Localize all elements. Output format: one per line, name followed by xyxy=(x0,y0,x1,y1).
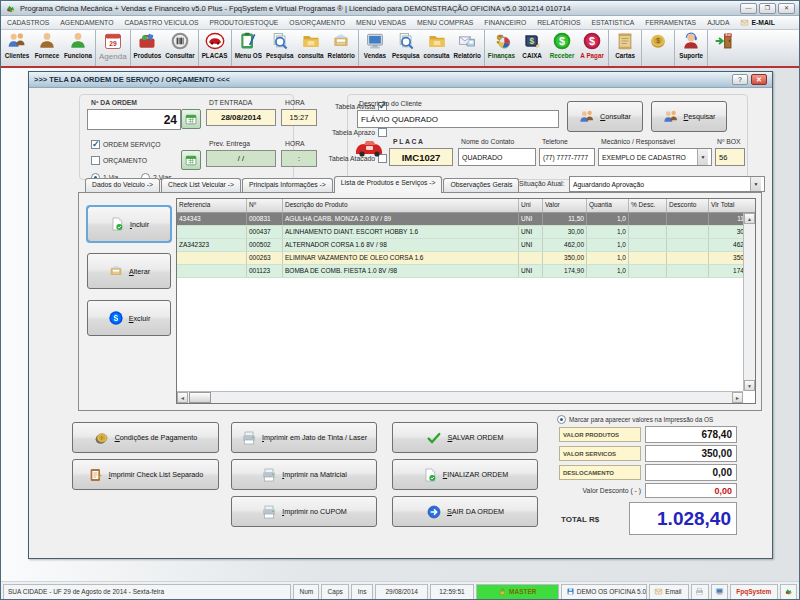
situacao-select[interactable]: Aguardando Aprovação▼ xyxy=(569,176,765,192)
dt-entrada-label: DT ENTRADA xyxy=(209,99,252,106)
toolbar-fornecedores[interactable]: Fornece xyxy=(32,30,62,66)
toolbar-placas[interactable]: PLACAS xyxy=(200,30,230,66)
finalizar-ordem-button[interactable]: FINALIZAR ORDEM xyxy=(392,459,538,490)
tab-lista-produtos[interactable]: Lista de Produtos e Serviços -> xyxy=(334,176,443,193)
horizontal-scrollbar[interactable]: ◄ ► xyxy=(177,391,743,403)
box-field[interactable]: 56 xyxy=(715,148,745,166)
service-order-window: >>> TELA DA ORDEM DE SERVIÇO / ORÇAMENTO… xyxy=(28,71,773,559)
contato-field[interactable]: QUADRADO xyxy=(458,148,536,166)
status-printer[interactable] xyxy=(691,584,708,600)
excluir-button[interactable]: Excluir xyxy=(87,300,171,336)
scroll-left-icon[interactable]: ◄ xyxy=(177,392,188,403)
toolbar-relatorio-os[interactable]: Relatório xyxy=(326,30,357,66)
salvar-ordem-button[interactable]: SALVAR ORDEM xyxy=(392,422,538,453)
coin-icon xyxy=(647,31,669,51)
tab-observacoes[interactable]: Observações Gerais xyxy=(443,178,519,193)
menu-ferramentas[interactable]: FERRAMENTAS xyxy=(645,19,696,26)
scrollbar-thumb[interactable] xyxy=(189,392,211,403)
toolbar-sair[interactable] xyxy=(709,30,739,66)
toolbar-consulta-vendas[interactable]: consulta xyxy=(422,30,452,66)
products-table[interactable]: Referencia Nº Descrição do Produto Uni V… xyxy=(176,198,756,404)
table-row[interactable]: 001123 BOMBA DE COMB. FIESTA 1.0 8V /98U… xyxy=(177,265,755,278)
menu-cadastro-veiculos[interactable]: CADASTRO VEICULOS xyxy=(124,19,198,26)
pesquisar-button[interactable]: Pesquisar xyxy=(651,101,727,132)
menu-compras[interactable]: MENU COMPRAS xyxy=(417,19,473,26)
toolbar-suporte[interactable]: Suporte xyxy=(676,30,706,66)
table-row[interactable]: 434343000831 AGULHA CARB. MONZA 2.0 8V /… xyxy=(177,213,755,226)
toolbar-financas[interactable]: Finanças xyxy=(486,30,517,66)
alterar-button[interactable]: Alterar xyxy=(87,253,171,289)
toolbar-a-pagar[interactable]: A Pagar xyxy=(577,30,607,66)
minimize-button[interactable]: — xyxy=(740,3,757,14)
scroll-up-icon[interactable]: ▲ xyxy=(744,213,755,224)
calendar-mini-icon xyxy=(184,113,198,126)
orcamento-checkbox[interactable]: ORÇAMENTO xyxy=(91,156,147,165)
menu-relatorios[interactable]: RELATÓRIOS xyxy=(537,19,580,26)
restore-button[interactable]: ❐ xyxy=(759,3,776,14)
toolbar-funcionarios[interactable]: Funciona xyxy=(62,30,94,66)
tab-check-list[interactable]: Check List Veicular -> xyxy=(161,178,241,193)
menu-estatistica[interactable]: ESTATISTICA xyxy=(591,19,634,26)
help-icon[interactable]: ? xyxy=(732,74,748,85)
toolbar-receber[interactable]: Receber xyxy=(547,30,577,66)
toolbar-pesquisa-os[interactable]: Pesquisa xyxy=(264,30,296,66)
incluir-button[interactable]: Incluir xyxy=(87,206,171,242)
menu-ajuda[interactable]: AJUDA xyxy=(707,19,729,26)
order-number-field[interactable]: 24 xyxy=(87,109,181,130)
menu-cadastros[interactable]: CADASTROS xyxy=(7,19,49,26)
marcar-valores-radio[interactable]: Marcar para aparecer valores na Impressã… xyxy=(557,415,713,424)
scroll-down-icon[interactable]: ▼ xyxy=(744,380,755,391)
menu-vendas[interactable]: MENU VENDAS xyxy=(356,19,406,26)
toolbar-pesquisa-vendas[interactable]: Pesquisa xyxy=(390,30,422,66)
menu-agendamento[interactable]: AGENDAMENTO xyxy=(60,19,113,26)
telefone-field[interactable]: (77) 7777-7777 xyxy=(539,148,595,166)
toolbar-menu-os[interactable]: Menu OS xyxy=(233,30,264,66)
imprimir-matricial-button[interactable]: Imprimir na Matricial xyxy=(231,459,377,490)
toolbar-consultar-produto[interactable]: Consultar xyxy=(163,30,196,66)
delivery-date-picker-button[interactable] xyxy=(181,150,201,170)
tab-dados-veiculo[interactable]: Dados do Veiculo -> xyxy=(85,178,160,193)
close-button[interactable]: ✕ xyxy=(778,3,795,14)
toolbar-clientes[interactable]: Clientes xyxy=(2,30,32,66)
red-car-icon[interactable] xyxy=(353,135,385,161)
status-monitor[interactable] xyxy=(711,584,728,600)
scroll-right-icon[interactable]: ► xyxy=(732,392,743,403)
vertical-scrollbar[interactable]: ▲ ▼ xyxy=(743,213,755,391)
sair-ordem-button[interactable]: SAIR DA ORDEM xyxy=(392,496,538,527)
close-icon[interactable]: ✕ xyxy=(751,74,767,85)
toolbar-agenda[interactable]: Agenda xyxy=(97,30,129,66)
toolbar-cartas[interactable]: Cartas xyxy=(610,30,640,66)
entry-date-picker-button[interactable] xyxy=(181,109,201,129)
toolbar-caixa[interactable]: CAIXA xyxy=(517,30,547,66)
prev-entrega-field[interactable]: / / xyxy=(206,150,276,167)
tab-principais-informacoes[interactable]: Principais Informações -> xyxy=(242,178,333,193)
cliente-field[interactable]: FLÁVIO QUADRADO xyxy=(357,110,559,128)
menu-email[interactable]: E-MAIL xyxy=(740,18,774,27)
table-row[interactable]: 000263 ELIMINAR VAZAMENTO DE OLEO CORSA … xyxy=(177,252,755,265)
imprimir-cupom-button[interactable]: Imprimir no CUPOM xyxy=(231,496,377,527)
hora-field[interactable]: 15:27 xyxy=(281,109,317,126)
menu-produto-estoque[interactable]: PRODUTO/ESTOQUE xyxy=(209,19,278,26)
ordem-servico-checkbox[interactable]: ORDEM SERVIÇO xyxy=(91,140,161,149)
toolbar-moedas[interactable] xyxy=(643,30,673,66)
dt-entrada-field[interactable]: 28/08/2014 xyxy=(206,109,276,126)
placa-field[interactable]: IMC1027 xyxy=(389,148,453,166)
toolbar-relatorio-vendas[interactable]: Relatório xyxy=(452,30,483,66)
toolbar-produtos[interactable]: Produtos xyxy=(132,30,164,66)
status-bar: SUA CIDADE - UF 29 de Agosto de 2014 - S… xyxy=(1,581,799,600)
supplier-icon xyxy=(36,31,58,51)
table-row[interactable]: ZA342323000502 ALTERNADOR CORSA 1.6 8V /… xyxy=(177,239,755,252)
consultar-button[interactable]: Consultar xyxy=(567,101,643,132)
toolbar-consulta-os[interactable]: consulta xyxy=(296,30,326,66)
toolbar-vendas[interactable]: Vendas xyxy=(360,30,390,66)
status-email[interactable]: Email xyxy=(649,584,689,600)
toolbox-icon xyxy=(136,31,158,51)
menu-os-orcamento[interactable]: OS/ORÇAMENTO xyxy=(289,19,345,26)
table-row[interactable]: 000437 ALINHAMENTO DIANT. ESCORT HOBBY 1… xyxy=(177,226,755,239)
condicoes-pagamento-button[interactable]: Condições de Pagamento xyxy=(72,422,219,453)
imprimir-checklist-button[interactable]: Imprimir Check List Separado xyxy=(72,459,219,490)
menu-financeiro[interactable]: FINANCEIRO xyxy=(484,19,526,26)
imprimir-jato-button[interactable]: Imprimir em Jato de Tinta / Laser xyxy=(231,422,377,453)
status-ins: Ins xyxy=(351,584,373,600)
mecanico-select[interactable]: EXEMPLO DE CADASTRO▼ xyxy=(598,148,712,166)
